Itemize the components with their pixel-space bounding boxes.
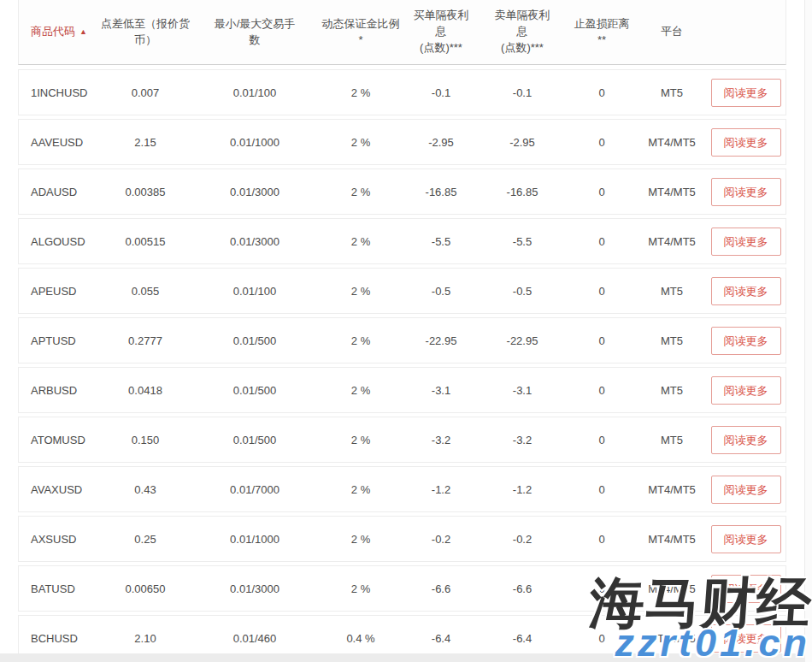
cell-buy-swap: -3.1 <box>402 384 480 397</box>
cell-actions: 阅读更多 <box>704 426 787 454</box>
column-header-code[interactable]: 商品代码▲ <box>19 24 101 40</box>
cell-platform: MT4/MT5 <box>639 632 704 645</box>
cell-spread: 2.10 <box>101 632 190 645</box>
cell-sell-swap: -6.4 <box>480 632 564 645</box>
read-more-button[interactable]: 阅读更多 <box>711 575 781 603</box>
cell-sl-distance: 0 <box>564 334 639 347</box>
cell-margin-ratio: 2 % <box>320 334 402 347</box>
cell-product-code: ALGOUSD <box>19 235 101 248</box>
column-header-margin: 动态保证金比例 * <box>320 16 402 49</box>
cell-platform: MT5 <box>639 434 704 446</box>
read-more-button[interactable]: 阅读更多 <box>711 228 781 256</box>
cell-spread: 0.007 <box>101 86 190 99</box>
read-more-button[interactable]: 阅读更多 <box>711 178 781 206</box>
instruments-page: 商品代码▲ 点差低至（报价货 币） 最小/最大交易手 数 动态保证金比例 * 买… <box>0 0 812 662</box>
cell-sell-swap: -3.1 <box>480 384 564 397</box>
cell-sell-swap: -2.95 <box>480 136 564 149</box>
cell-lots: 0.01/3000 <box>190 186 320 198</box>
cell-spread: 0.055 <box>101 285 190 298</box>
cell-spread: 0.25 <box>101 533 190 546</box>
cell-sl-distance: 0 <box>564 235 639 248</box>
read-more-button[interactable]: 阅读更多 <box>711 128 781 157</box>
table-body: 1INCHUSD 0.007 0.01/100 2 % -0.1 -0.1 0 … <box>18 69 786 661</box>
cell-buy-swap: -3.2 <box>402 434 480 446</box>
cell-actions: 阅读更多 <box>704 575 787 603</box>
cell-lots: 0.01/100 <box>190 285 320 298</box>
column-header-sl-distance: 止盈损距离 ** <box>564 16 639 49</box>
cell-lots: 0.01/1000 <box>190 136 320 149</box>
column-header-spread: 点差低至（报价货 币） <box>101 16 190 49</box>
cell-margin-ratio: 2 % <box>320 384 402 397</box>
cell-platform: MT5 <box>639 384 704 397</box>
read-more-button[interactable]: 阅读更多 <box>711 426 781 454</box>
cell-sl-distance: 0 <box>564 582 639 595</box>
cell-sell-swap: -6.6 <box>480 582 564 595</box>
cell-sl-distance: 0 <box>564 285 639 298</box>
cell-product-code: AXSUSD <box>19 533 101 546</box>
cell-sell-swap: -16.85 <box>480 186 564 198</box>
cell-buy-swap: -5.5 <box>402 235 480 248</box>
cell-platform: MT4/MT5 <box>639 483 704 496</box>
cell-lots: 0.01/100 <box>190 86 320 99</box>
cell-margin-ratio: 2 % <box>320 86 402 99</box>
read-more-button[interactable]: 阅读更多 <box>711 525 781 553</box>
cell-sl-distance: 0 <box>564 434 639 446</box>
cell-lots: 0.01/500 <box>190 434 320 446</box>
cell-spread: 0.43 <box>101 483 190 496</box>
cell-lots: 0.01/3000 <box>190 235 320 248</box>
cell-platform: MT5 <box>639 86 704 99</box>
cell-sell-swap: -0.2 <box>480 533 564 546</box>
instruments-table: 商品代码▲ 点差低至（报价货 币） 最小/最大交易手 数 动态保证金比例 * 买… <box>18 0 786 661</box>
read-more-button[interactable]: 阅读更多 <box>711 79 781 107</box>
cell-margin-ratio: 2 % <box>320 483 402 496</box>
column-header-sell-swap: 卖单隔夜利 息 (点数)*** <box>480 8 564 56</box>
table-row: AVAXUSD 0.43 0.01/7000 2 % -1.2 -1.2 0 M… <box>18 466 786 512</box>
cell-buy-swap: -16.85 <box>402 186 480 198</box>
cell-spread: 0.2777 <box>101 334 190 347</box>
cell-sl-distance: 0 <box>564 136 639 149</box>
read-more-button[interactable]: 阅读更多 <box>711 327 781 355</box>
table-row: 1INCHUSD 0.007 0.01/100 2 % -0.1 -0.1 0 … <box>18 69 786 115</box>
read-more-button[interactable]: 阅读更多 <box>711 476 781 504</box>
cell-buy-swap: -1.2 <box>402 483 480 496</box>
sort-asc-icon: ▲ <box>79 27 87 36</box>
cell-actions: 阅读更多 <box>704 277 787 305</box>
column-header-buy-swap: 买单隔夜利 息 (点数)*** <box>402 8 480 56</box>
cell-product-code: ARBUSD <box>19 384 101 397</box>
cell-spread: 0.150 <box>101 434 190 446</box>
cell-margin-ratio: 2 % <box>320 285 402 298</box>
cell-product-code: APEUSD <box>19 285 101 298</box>
cell-buy-swap: -6.6 <box>402 582 480 595</box>
cell-spread: 0.00650 <box>101 582 190 595</box>
cell-margin-ratio: 0.4 % <box>320 632 402 645</box>
cell-actions: 阅读更多 <box>704 624 787 653</box>
cell-spread: 0.0418 <box>101 384 190 397</box>
cell-actions: 阅读更多 <box>704 476 787 504</box>
column-header-code-label: 商品代码 <box>31 25 75 38</box>
cell-sell-swap: -5.5 <box>480 235 564 248</box>
read-more-button[interactable]: 阅读更多 <box>711 376 781 405</box>
cell-margin-ratio: 2 % <box>320 533 402 546</box>
cell-product-code: 1INCHUSD <box>19 86 101 99</box>
read-more-button[interactable]: 阅读更多 <box>711 624 781 653</box>
cell-platform: MT4/MT5 <box>639 186 704 198</box>
table-row: ATOMUSD 0.150 0.01/500 2 % -3.2 -3.2 0 M… <box>18 417 786 463</box>
scrollbar-track[interactable] <box>804 0 812 662</box>
cell-buy-swap: -0.1 <box>402 86 480 99</box>
cell-actions: 阅读更多 <box>704 376 787 405</box>
cell-actions: 阅读更多 <box>704 79 787 107</box>
cell-sl-distance: 0 <box>564 384 639 397</box>
cell-platform: MT4/MT5 <box>639 235 704 248</box>
cell-margin-ratio: 2 % <box>320 434 402 446</box>
table-row: ALGOUSD 0.00515 0.01/3000 2 % -5.5 -5.5 … <box>18 218 786 264</box>
column-header-platform: 平台 <box>639 24 704 40</box>
cell-spread: 2.15 <box>101 136 190 149</box>
cell-actions: 阅读更多 <box>704 178 787 206</box>
table-row: AAVEUSD 2.15 0.01/1000 2 % -2.95 -2.95 0… <box>18 119 786 165</box>
cell-margin-ratio: 2 % <box>320 235 402 248</box>
cell-spread: 0.00515 <box>101 235 190 248</box>
cell-lots: 0.01/3000 <box>190 582 320 595</box>
cell-lots: 0.01/7000 <box>190 483 320 496</box>
cell-sl-distance: 0 <box>564 186 639 198</box>
read-more-button[interactable]: 阅读更多 <box>711 277 781 305</box>
